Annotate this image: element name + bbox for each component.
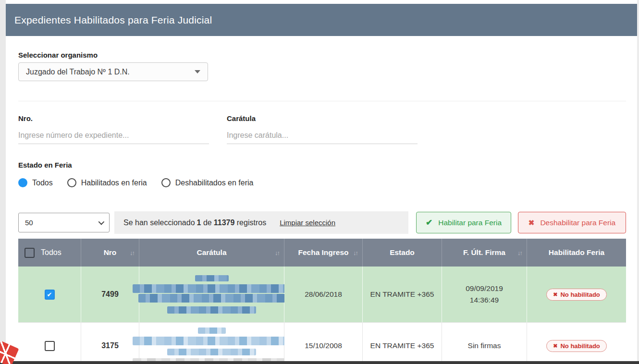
row-caratula-redacted: [139, 323, 284, 364]
row-checkbox-unchecked[interactable]: [45, 341, 55, 351]
selection-count: 1: [197, 218, 201, 227]
column-header-ult-firma[interactable]: F. Últ. Firma ↓↑: [442, 239, 527, 267]
estado-feria-radio-group: Todos Habilitados en feria Deshabilitado…: [18, 178, 253, 187]
page: Expedientes Habilitados para Feria Judic…: [0, 0, 639, 364]
caret-down-icon: [195, 70, 200, 73]
status-badge: ✖ No habilitado: [546, 340, 607, 352]
sort-icon[interactable]: ↓↑: [275, 249, 279, 256]
selection-info-bar: Se han seleccionado1 de11379 registros L…: [114, 211, 408, 234]
left-margin-strip: [0, 0, 6, 364]
scrollbar-track[interactable]: [637, 0, 639, 364]
table-header-row: Todos Nro ↓↑ Carátula ↓↑ Fecha Ingreso ↓…: [18, 239, 626, 267]
chevron-down-icon: [98, 219, 105, 225]
cross-icon: ✖: [553, 291, 557, 298]
row-checkbox-checked[interactable]: ✔: [45, 290, 55, 300]
organismo-label: Seleccionar organismo: [18, 51, 98, 59]
clear-selection-link[interactable]: Limpiar selección: [280, 218, 335, 227]
select-all-label: Todos: [41, 248, 61, 257]
row-ult-firma: 09/09/2019 14:36:49: [466, 283, 503, 306]
row-fecha-ingreso: 15/10/2008: [305, 341, 342, 350]
radio-habilitados[interactable]: Habilitados en feria: [67, 178, 147, 187]
bottom-edge-bar: [0, 361, 639, 364]
selection-summary: Se han seleccionado1 de11379 registros: [123, 218, 268, 227]
expedientes-table: Todos Nro ↓↑ Carátula ↓↑ Fecha Ingreso ↓…: [18, 239, 626, 364]
row-estado: EN TRAMITE +365: [370, 290, 434, 299]
cross-icon: ✖: [553, 343, 557, 349]
sort-icon[interactable]: ↓↑: [130, 249, 134, 256]
radio-deshabilitados[interactable]: Deshabilitados en feria: [161, 178, 254, 187]
nro-input[interactable]: [18, 127, 209, 144]
column-header-todos[interactable]: Todos: [18, 239, 81, 267]
row-ult-firma: Sin firmas: [468, 340, 501, 352]
column-header-fecha-ingreso[interactable]: Fecha Ingreso ↓↑: [284, 239, 363, 267]
redacted-text: [139, 275, 284, 314]
status-badge: ✖ No habilitado: [546, 289, 607, 301]
sort-icon[interactable]: ↓↑: [517, 249, 522, 256]
organismo-select[interactable]: Juzgado del Trabajo Nº 1 D.N.: [18, 62, 208, 81]
column-header-estado: Estado: [363, 239, 442, 267]
radio-label: Todos: [32, 179, 53, 187]
estado-feria-label: Estado en Feria: [18, 161, 72, 169]
radio-selected-icon: [18, 178, 27, 187]
table-row[interactable]: ✔ 7499 28/06/2018 EN TRAMITE +365 09/09/…: [18, 267, 626, 323]
logo-icon[interactable]: [0, 340, 19, 364]
row-nro: 7499: [101, 290, 119, 299]
sort-icon[interactable]: ↓↑: [353, 249, 357, 256]
check-icon: ✔: [47, 291, 52, 298]
check-icon: ✔: [426, 218, 432, 228]
caratula-input[interactable]: [227, 127, 418, 144]
page-size-select[interactable]: 50: [18, 213, 110, 232]
caratula-label: Carátula: [227, 114, 256, 122]
radio-unselected-icon: [67, 178, 76, 187]
page-header: Expedientes Habilitados para Feria Judic…: [6, 4, 637, 36]
organismo-selected-value: Juzgado del Trabajo Nº 1 D.N.: [26, 68, 130, 76]
section-divider: [18, 101, 626, 101]
nro-label: Nro.: [18, 114, 33, 122]
habilitar-feria-button[interactable]: ✔ Habilitar para Feria: [416, 212, 511, 233]
page-title: Expedientes Habilitados para Feria Judic…: [14, 14, 212, 26]
deshabilitar-feria-button[interactable]: ✖ Deshabilitar para Feria: [518, 212, 626, 233]
cross-icon: ✖: [528, 218, 535, 227]
radio-label: Habilitados en feria: [81, 179, 147, 187]
column-header-caratula[interactable]: Carátula ↓↑: [139, 239, 284, 267]
row-caratula-redacted: [139, 267, 284, 323]
table-row[interactable]: 3175 15/10/2008 EN TRAMITE +365 Sin firm…: [18, 323, 626, 364]
page-size-value: 50: [25, 218, 33, 227]
row-fecha-ingreso: 28/06/2018: [305, 290, 342, 299]
column-header-nro[interactable]: Nro ↓↑: [81, 239, 139, 267]
row-nro: 3175: [101, 341, 119, 350]
radio-todos[interactable]: Todos: [18, 178, 53, 187]
redacted-text: [139, 328, 284, 364]
column-header-habilitado-feria: Habilitado Feria: [527, 239, 626, 267]
row-estado: EN TRAMITE +365: [370, 341, 434, 350]
radio-label: Deshabilitados en feria: [175, 179, 254, 187]
radio-unselected-icon: [161, 178, 171, 187]
select-all-checkbox[interactable]: [25, 248, 35, 258]
selection-total: 11379: [214, 218, 235, 227]
